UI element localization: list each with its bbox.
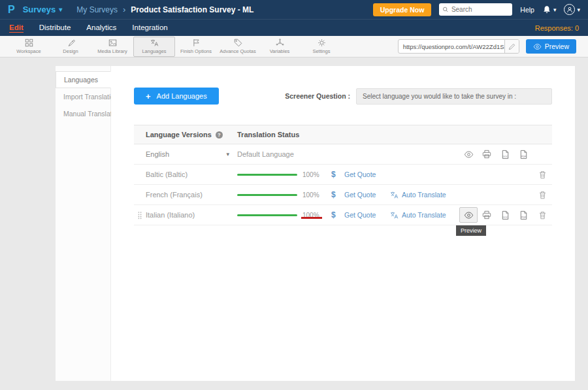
get-quote-link[interactable]: Get Quote xyxy=(344,191,376,199)
progress-percent: 100% xyxy=(302,191,319,199)
toolbar-item-settings[interactable]: Settings xyxy=(301,37,342,57)
doc-file-icon: DOC xyxy=(500,210,510,220)
translation-progress-bar xyxy=(237,174,297,176)
tab-analytics[interactable]: Analytics xyxy=(86,24,116,32)
svg-text:PDF: PDF xyxy=(521,155,526,157)
svg-text:DOC: DOC xyxy=(502,155,508,157)
toolbar-item-languages[interactable]: Languages xyxy=(133,37,175,57)
svg-text:PDF: PDF xyxy=(521,216,526,218)
language-name: Italian (Italiano) xyxy=(146,211,195,219)
responses-count[interactable]: Responses: 0 xyxy=(535,24,579,32)
drag-handle[interactable] xyxy=(134,211,146,219)
surveys-menu[interactable]: Surveys ▾ xyxy=(23,5,63,14)
screener-language-select[interactable]: Select language you would like to take t… xyxy=(356,88,552,105)
workspace-icon xyxy=(25,39,33,47)
export-pdf-button[interactable]: PDF xyxy=(514,207,532,223)
auto-translate-link[interactable]: Auto Translate xyxy=(402,211,446,219)
languages-sidebar: Languages Import Translations Manual Tra… xyxy=(56,66,111,381)
languages-page: Languages Import Translations Manual Tra… xyxy=(56,66,575,381)
help-icon[interactable]: ? xyxy=(216,131,223,138)
advance-quotas-icon xyxy=(234,39,242,47)
export-doc-button[interactable]: DOC xyxy=(496,146,514,162)
sidebar-item-manual-translations[interactable]: Manual Translations xyxy=(56,105,110,122)
pdf-file-icon: PDF xyxy=(519,210,529,220)
export-doc-button[interactable]: DOC xyxy=(496,207,514,223)
screener-question-label: Screener Question : xyxy=(285,92,350,100)
tab-distribute[interactable]: Distribute xyxy=(39,24,71,32)
notifications-button[interactable]: ▾ xyxy=(542,5,557,14)
language-name: Baltic (Baltic) xyxy=(146,171,188,178)
tab-edit[interactable]: Edit xyxy=(9,24,24,33)
language-row-english: English ▾ Default Language DOC PDF xyxy=(134,144,552,165)
toolbar-item-media-library[interactable]: Media Library xyxy=(91,37,133,57)
chevron-down-icon: ▾ xyxy=(577,7,580,13)
survey-section-nav: Edit Distribute Analytics Integration Re… xyxy=(0,19,588,36)
tab-integration[interactable]: Integration xyxy=(132,24,167,32)
variables-icon xyxy=(276,39,284,47)
svg-text:DOC: DOC xyxy=(502,216,508,218)
search-icon xyxy=(442,6,449,13)
pencil-icon xyxy=(508,43,515,50)
print-language-button[interactable] xyxy=(478,207,496,223)
toolbar-item-finish-options[interactable]: Finish Options xyxy=(175,37,217,57)
auto-translate-link[interactable]: Auto Translate xyxy=(402,191,446,199)
toolbar-item-design[interactable]: Design xyxy=(50,37,91,57)
trash-icon xyxy=(538,211,547,219)
export-pdf-button[interactable]: PDF xyxy=(514,146,532,162)
languages-panel: + Add Languages Screener Question : Sele… xyxy=(111,66,575,381)
print-language-button[interactable] xyxy=(478,146,496,162)
chevron-down-icon: ▾ xyxy=(226,151,229,157)
dollar-icon[interactable]: $ xyxy=(331,210,336,219)
dollar-icon[interactable]: $ xyxy=(331,190,336,199)
dollar-icon[interactable]: $ xyxy=(331,170,336,179)
help-link[interactable]: Help xyxy=(520,6,534,14)
toolbar-item-advance-quotas[interactable]: Advance Quotas xyxy=(217,37,259,57)
preview-language-button[interactable] xyxy=(459,146,478,162)
toolbar-item-workspace[interactable]: Workspace xyxy=(8,37,50,57)
language-row-baltic: Baltic (Baltic) 100% $ Get Quote xyxy=(134,165,552,185)
finish-options-icon xyxy=(192,39,201,47)
eye-icon xyxy=(533,42,542,51)
account-menu[interactable]: ▾ xyxy=(564,4,580,15)
languages-table: Language Versions ? Translation Status E… xyxy=(134,125,552,225)
toolbar-item-variables[interactable]: Variables xyxy=(259,37,301,57)
user-avatar xyxy=(564,4,575,15)
media-library-icon xyxy=(108,39,117,47)
delete-language-button[interactable] xyxy=(532,211,552,219)
doc-file-icon: DOC xyxy=(500,150,510,159)
trash-icon xyxy=(538,191,547,199)
search-box[interactable] xyxy=(439,3,512,16)
edit-url-button[interactable] xyxy=(504,40,519,53)
delete-language-button[interactable] xyxy=(532,171,552,179)
survey-url-box: https://questionpro.com/t/AW22Zd1S1 xyxy=(398,39,519,54)
get-quote-link[interactable]: Get Quote xyxy=(344,171,376,178)
breadcrumb-separator-icon: › xyxy=(123,5,125,14)
surveys-menu-label: Surveys xyxy=(23,5,56,14)
translate-icon xyxy=(390,191,399,199)
col-language-versions: Language Versions xyxy=(146,131,212,138)
trash-icon xyxy=(538,171,547,179)
sidebar-item-languages[interactable]: Languages xyxy=(56,71,111,88)
preview-tooltip: Preview xyxy=(456,225,486,236)
search-input[interactable] xyxy=(451,6,509,13)
progress-percent: 100% xyxy=(302,171,319,178)
eye-icon xyxy=(464,210,474,220)
sidebar-item-import-translations[interactable]: Import Translations xyxy=(56,88,110,105)
upgrade-now-button[interactable]: Upgrade Now xyxy=(373,3,432,16)
breadcrumb-my-surveys[interactable]: My Surveys xyxy=(76,5,118,14)
printer-icon xyxy=(482,150,491,159)
annotation-underline xyxy=(301,217,322,219)
table-header: Language Versions ? Translation Status xyxy=(134,125,552,144)
preview-language-button[interactable]: Preview xyxy=(459,207,478,223)
translate-icon xyxy=(390,211,399,219)
translation-progress-bar xyxy=(237,214,297,216)
get-quote-link[interactable]: Get Quote xyxy=(344,211,376,219)
questionpro-logo[interactable]: P xyxy=(8,4,15,16)
default-language-select[interactable]: English ▾ xyxy=(146,150,229,158)
plus-icon: + xyxy=(146,91,151,101)
preview-button[interactable]: Preview xyxy=(526,39,576,54)
add-languages-button[interactable]: + Add Languages xyxy=(134,88,219,105)
survey-url[interactable]: https://questionpro.com/t/AW22Zd1S1 xyxy=(399,43,504,50)
delete-language-button[interactable] xyxy=(532,191,552,199)
col-translation-status: Translation Status xyxy=(237,131,299,138)
